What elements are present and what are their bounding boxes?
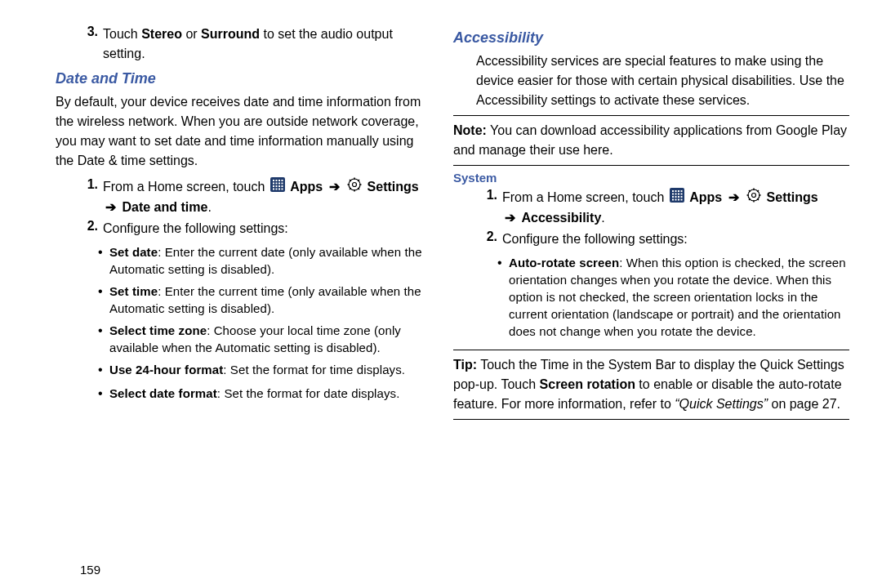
text: : Set the format for time displays.	[223, 363, 405, 376]
svg-rect-30	[675, 190, 676, 192]
svg-point-54	[752, 194, 756, 198]
svg-rect-34	[675, 194, 676, 195]
bullet-icon: •	[98, 283, 109, 317]
bullet-body: Select date format: Set the format for d…	[109, 385, 429, 403]
bullet-icon: •	[98, 385, 109, 403]
bullet-time-zone: • Select time zone: Choose your local ti…	[33, 322, 429, 356]
horizontal-rule	[453, 115, 849, 116]
svg-rect-32	[680, 190, 682, 192]
bullet-set-time: • Set time: Enter the current time (only…	[33, 283, 429, 317]
bullet-icon: •	[497, 254, 509, 340]
arrow-icon: ➔	[502, 211, 518, 225]
svg-rect-35	[678, 194, 679, 195]
list-number: 2.	[476, 229, 502, 249]
horizontal-rule	[453, 419, 849, 420]
note-label: Note:	[453, 123, 487, 137]
apps-grid-icon	[670, 188, 684, 208]
text-bold: Screen rotation	[540, 377, 635, 391]
svg-rect-12	[275, 189, 277, 190]
text: From a Home screen, touch	[103, 180, 269, 194]
svg-rect-6	[275, 183, 277, 185]
svg-rect-40	[680, 196, 682, 198]
svg-rect-39	[678, 196, 679, 198]
bullet-body: Set time: Enter the current time (only a…	[109, 283, 429, 317]
bullet-icon: •	[98, 243, 109, 278]
step-body: Configure the following settings:	[502, 229, 849, 249]
svg-rect-7	[278, 183, 280, 185]
text-bold: Date and time	[122, 200, 207, 214]
datetime-step-2: 2. Configure the following settings:	[33, 219, 429, 238]
svg-rect-36	[680, 194, 682, 195]
svg-rect-1	[273, 180, 274, 181]
settings-gear-icon	[746, 188, 761, 208]
svg-rect-10	[278, 185, 280, 187]
svg-rect-9	[275, 185, 277, 187]
text-bold: Use 24-hour format	[109, 363, 223, 376]
audio-step-3: 3. Touch Stereo or Surround to set the a…	[33, 24, 429, 64]
arrow-icon: ➔	[103, 200, 118, 214]
tip-block: Tip: Touch the Time in the System Bar to…	[453, 355, 849, 414]
text-bold: Select time zone	[109, 323, 207, 337]
horizontal-rule	[453, 350, 849, 350]
bullet-icon: •	[98, 361, 109, 379]
bullet-date-format: • Select date format: Set the format for…	[33, 385, 429, 403]
datetime-step-1: 1. From a Home screen, touch Apps ➔ Sett…	[33, 177, 429, 217]
svg-rect-38	[675, 196, 676, 198]
step-body: Configure the following settings:	[103, 219, 429, 238]
text: Touch	[103, 27, 141, 41]
text: on page 27.	[768, 397, 840, 411]
page-number: 159	[80, 563, 100, 577]
svg-rect-2	[275, 180, 277, 181]
step-body: From a Home screen, touch Apps ➔ Setting…	[103, 177, 429, 217]
list-number: 2.	[77, 219, 103, 238]
step-body: From a Home screen, touch Apps ➔ Setting…	[502, 188, 849, 228]
text-bold: Select date format	[109, 386, 217, 400]
svg-rect-31	[678, 190, 679, 192]
svg-rect-17	[281, 180, 283, 181]
arrow-icon: ➔	[327, 180, 342, 194]
bullet-body: Auto-rotate screen: When this option is …	[509, 254, 849, 340]
text: or	[182, 27, 201, 41]
svg-rect-33	[672, 194, 674, 195]
heading-accessibility: Accessibility	[453, 29, 849, 47]
tip-label: Tip:	[453, 358, 477, 372]
svg-rect-37	[672, 196, 674, 198]
bullet-body: Use 24-hour format: Set the format for t…	[109, 361, 429, 379]
bullet-24h-format: • Use 24-hour format: Set the format for…	[33, 361, 429, 379]
step-body: Touch Stereo or Surround to set the audi…	[103, 24, 429, 64]
text-bold: Set date	[109, 245, 158, 259]
arrow-icon: ➔	[726, 190, 742, 204]
text-bold: Surround	[201, 27, 260, 41]
text-bold: Auto-rotate screen	[509, 256, 619, 270]
note-block: Note: You can download accessibility app…	[453, 121, 849, 160]
text-bold: Settings	[767, 190, 818, 204]
system-step-1: 1. From a Home screen, touch Apps ➔ Sett…	[453, 188, 849, 228]
bullet-set-date: • Set date: Enter the current date (only…	[33, 243, 429, 278]
svg-rect-15	[281, 185, 283, 187]
svg-rect-3	[278, 180, 280, 181]
datetime-intro: By default, your device receives date an…	[33, 92, 429, 171]
svg-rect-11	[273, 189, 274, 190]
apps-grid-icon	[270, 177, 285, 198]
heading-system: System	[453, 171, 849, 185]
text: .	[207, 200, 211, 214]
heading-date-and-time: Date and Time	[33, 70, 429, 87]
list-number: 1.	[476, 188, 502, 228]
horizontal-rule	[453, 165, 849, 166]
text-bold: Set time	[109, 284, 158, 298]
svg-rect-13	[278, 189, 280, 190]
text-bold: Apps	[689, 190, 722, 204]
svg-rect-42	[675, 199, 676, 201]
list-number: 3.	[77, 24, 103, 64]
text: From a Home screen, touch	[502, 190, 668, 204]
svg-rect-8	[273, 185, 274, 187]
text-bold: Stereo	[141, 27, 182, 41]
svg-rect-41	[672, 199, 674, 201]
bullet-auto-rotate: • Auto-rotate screen: When this option i…	[453, 254, 849, 340]
list-number: 1.	[77, 177, 103, 217]
svg-rect-16	[281, 189, 283, 190]
bullet-icon: •	[98, 322, 109, 356]
text-italic: “Quick Settings”	[675, 397, 768, 411]
accessibility-intro: Accessibility services are special featu…	[453, 51, 849, 110]
text-bold: Apps	[290, 180, 323, 194]
